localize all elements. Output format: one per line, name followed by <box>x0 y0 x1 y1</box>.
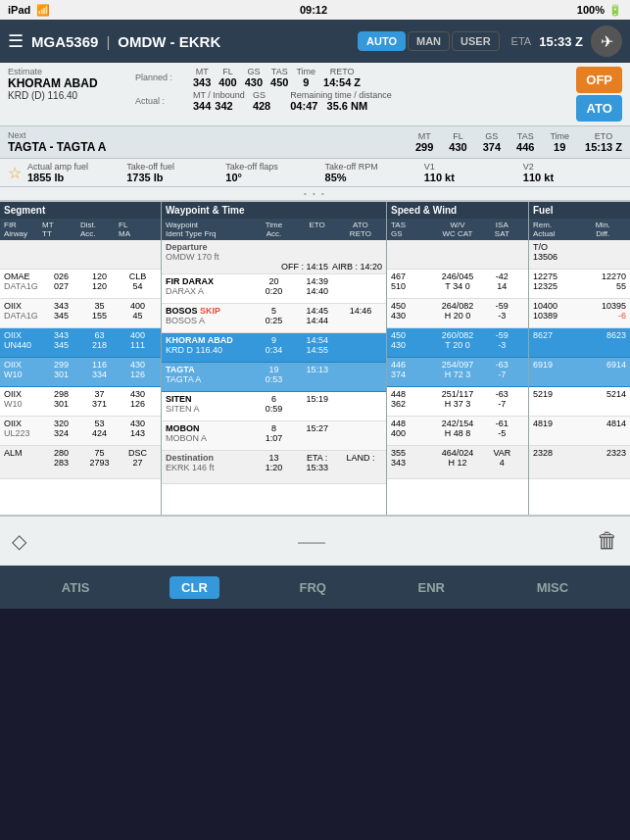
takeoff-rpm: Take-off RPM 85% <box>325 162 424 183</box>
eta-label: ETA <box>511 35 532 47</box>
spd-row-bosos: 450430 264/082H 20 0 -59-3 <box>387 299 528 328</box>
nav-frq[interactable]: FRQ <box>287 576 337 599</box>
wifi-icon: 📶 <box>36 4 50 17</box>
takeoff-flaps: Take-off flaps 10° <box>225 162 324 183</box>
speed-column: Speed & Wind TASGS W/VWC CAT ISASAT 4675… <box>387 202 529 515</box>
next-label: Next <box>8 130 106 140</box>
fuel-row-tagta: 6919 6914 <box>529 358 630 387</box>
hamburger-icon[interactable]: ☰ <box>8 30 24 52</box>
remaining-time: 04:47 <box>290 100 317 112</box>
nav-bar: ATIS CLR FRQ ENR MISC <box>0 566 630 609</box>
wp-row-khoram: KHORAM ABADKRD D 116.40 90:34 14:5414:55 <box>162 333 386 363</box>
aircraft-icon: ✈ <box>591 25 622 57</box>
v2-item: V2 110 kt <box>523 162 622 183</box>
estimate-label: Estimate <box>8 67 135 76</box>
fuel-row-dest: 2328 2323 <box>529 446 630 479</box>
takeoff-flaps-value: 10° <box>225 172 324 183</box>
seg-sub-fir: FIRAirway <box>4 221 42 238</box>
actual-amp-fuel-label: Actual amp fuel <box>27 162 126 172</box>
wp-sub-ato: ATORETO <box>339 221 382 238</box>
actual-amp-fuel-value: 1855 lb <box>27 172 126 183</box>
spd-row-mobon: 448400 242/154H 48 8 -61-5 <box>387 417 528 446</box>
estimate-left: Estimate KHORAM ABAD KRD (D) 116.40 <box>8 67 135 101</box>
spd-sub-tas: TASGS <box>391 221 435 238</box>
fuel-row-mobon: 4819 4814 <box>529 417 630 446</box>
planned-reto: 14:54 Z <box>323 76 361 88</box>
nav-clr[interactable]: CLR <box>170 576 219 599</box>
battery-label: 100% <box>577 4 605 16</box>
ato-button[interactable]: ATO <box>576 95 622 122</box>
seg-row-dest: ALM 280283 752793 DSC27 <box>0 446 161 479</box>
next-fl: 430 <box>449 141 466 153</box>
v2-label: V2 <box>523 162 622 172</box>
takeoff-fuel-value: 1735 lb <box>126 172 225 183</box>
status-bar-right: 100% 🔋 <box>577 4 622 17</box>
mode-user-btn[interactable]: USER <box>452 31 500 51</box>
seg-sub-mt: MTTT <box>42 221 80 238</box>
seg-row-tagta: OIIXW10 299301 116334 430126 <box>0 358 161 387</box>
nav-enr[interactable]: ENR <box>407 576 457 599</box>
action-buttons: OFP ATO <box>576 67 622 122</box>
speed-header: Speed & Wind <box>387 202 528 219</box>
wp-row-darax: FIR DARAXDARAX A 200:20 14:3914:40 <box>162 274 386 304</box>
estimate-section: Estimate KHORAM ABAD KRD (D) 116.40 Plan… <box>0 63 630 126</box>
nav-misc[interactable]: MISC <box>525 576 581 599</box>
planned-time: 9 <box>296 76 315 88</box>
seg-row-khoram: OIIXUN440 343345 63218 400111 <box>0 328 161 358</box>
fuel-sub-min: Min.Diff. <box>580 221 627 238</box>
spd-row-siten: 448362 251/117H 37 3 -63-7 <box>387 387 528 417</box>
drag-handle[interactable]: — <box>298 525 325 557</box>
actual-label: Actual : <box>135 96 189 106</box>
seg-sub-fl: FLMA <box>119 221 157 238</box>
fuel-row-departure: T/O13506 <box>529 240 630 270</box>
wp-row-tagta: TAGTATAGTA A 190:53 15:13 <box>162 363 386 392</box>
seg-sub-dist: Dist.Acc. <box>80 221 119 238</box>
route-label: OMDW - EKRK <box>118 33 220 50</box>
page-dots: • • • <box>0 187 630 201</box>
actual-inbound: 342 <box>215 100 232 112</box>
fuel-row-siten: 5219 5214 <box>529 387 630 417</box>
status-time: 09:12 <box>300 4 327 16</box>
ofp-button[interactable]: OFP <box>576 67 622 93</box>
fuel-row-darax: 1227512325 1227055 <box>529 270 630 299</box>
next-section: Next TAGTA - TAGTA A MT299 FL430 GS374 T… <box>0 126 630 159</box>
spd-row-tagta: 446374 254/097H 72 3 -63-7 <box>387 358 528 387</box>
device-label: iPad <box>8 4 30 16</box>
next-gs: 374 <box>483 141 501 153</box>
flight-id: MGA5369 <box>31 33 98 50</box>
v2-value: 110 kt <box>523 172 622 183</box>
eta-value: 15:33 Z <box>539 34 583 49</box>
seg-row-mobon: OIIXUL223 320324 53424 430143 <box>0 417 161 446</box>
remaining-label: Remaining time / distance <box>290 90 392 100</box>
star-icon[interactable]: ☆ <box>8 164 22 182</box>
nav-atis[interactable]: ATIS <box>50 576 102 599</box>
wp-row-dest: DestinationEKRK 146 ft 131:20 ETA : 15:3… <box>162 451 386 484</box>
planned-tas: 450 <box>270 76 288 88</box>
fuel-header: Fuel <box>529 202 630 219</box>
actual-mt: 344 <box>193 100 211 112</box>
mode-man-btn[interactable]: MAN <box>408 31 450 51</box>
main-table: Segment FIRAirway MTTT Dist.Acc. FLMA OM… <box>0 201 630 515</box>
v1-value: 110 kt <box>424 172 523 183</box>
battery-icon: 🔋 <box>608 4 622 17</box>
mode-auto-btn[interactable]: AUTO <box>358 31 406 51</box>
header-bar: ☰ MGA5369 | OMDW - EKRK AUTO MAN USER ET… <box>0 20 630 63</box>
segment-header: Segment <box>0 202 161 219</box>
seg-row-siten: OIIXW10 298301 37371 430126 <box>0 387 161 417</box>
next-value: TAGTA - TAGTA A <box>8 140 106 154</box>
fuel-row-bosos: 1040010389 10395-6 <box>529 299 630 328</box>
wp-row-siten: SITENSITEN A 60:59 15:19 <box>162 392 386 421</box>
bottom-left-tools: ◇ <box>12 529 26 553</box>
spd-row-dest: 355343 464/024H 12 VAR4 <box>387 446 528 479</box>
planned-label: Planned : <box>135 73 189 82</box>
actual-amp-fuel: Actual amp fuel 1855 lb <box>27 162 126 183</box>
seg-row-omae: OMAEDATA1G 026027 120120 CLB54 <box>0 270 161 299</box>
estimate-planned: Planned : MT343 FL400 GS430 TAS450 Time9… <box>135 67 568 112</box>
planned-fl: 400 <box>218 76 236 88</box>
estimate-destination: KHORAM ABAD <box>8 76 135 90</box>
erase-icon[interactable]: ◇ <box>12 529 26 553</box>
takeoff-rpm-label: Take-off RPM <box>325 162 424 172</box>
fuel-flaps-row: ☆ Actual amp fuel 1855 lb Take-off fuel … <box>0 159 630 187</box>
next-eto: 15:13 Z <box>585 141 622 153</box>
trash-icon[interactable]: 🗑 <box>597 528 618 554</box>
